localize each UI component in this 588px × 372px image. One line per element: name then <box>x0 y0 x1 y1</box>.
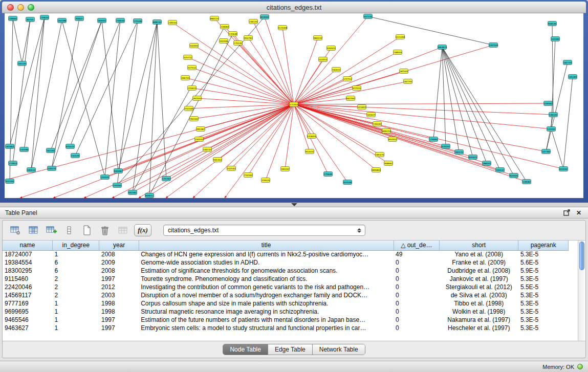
cell-title[interactable]: Embryonic stem cells: a model to study s… <box>139 324 394 332</box>
graph-node[interactable]: 720440 <box>373 122 382 126</box>
graph-node[interactable]: 228083 <box>221 25 229 29</box>
graph-node[interactable]: 185475 <box>376 152 384 157</box>
tab-node-table[interactable]: Node Table <box>223 344 268 355</box>
graph-node[interactable]: 162615 <box>332 68 341 72</box>
column-header-title[interactable]: title <box>139 240 394 250</box>
close-panel-icon[interactable]: ✕ <box>575 209 583 217</box>
graph-node[interactable]: 914534 <box>306 149 314 154</box>
cell-out_de[interactable]: 0 <box>394 308 439 316</box>
graph-node[interactable]: 150443 <box>195 137 204 142</box>
cell-short[interactable]: Hescheler et al. (1997) <box>439 324 518 332</box>
graph-node[interactable]: 159583 <box>544 101 553 106</box>
close-window-button[interactable] <box>7 4 14 11</box>
graph-node[interactable]: 590513 <box>27 168 36 172</box>
graph-node[interactable]: 172403 <box>290 102 298 107</box>
cell-year[interactable]: 1997 <box>99 316 139 324</box>
graph-node[interactable]: 104532 <box>496 168 505 172</box>
graph-node[interactable]: 954793 <box>244 36 253 40</box>
table-row[interactable]: 969969511998Structural magnetic resonanc… <box>3 308 569 316</box>
function-builder-button[interactable]: f(x) <box>134 224 151 236</box>
delete-table-icon[interactable] <box>98 224 112 237</box>
graph-node[interactable]: 128582 <box>522 180 531 184</box>
graph-node[interactable]: 752340 <box>185 106 193 111</box>
graph-node[interactable]: 974513 <box>66 144 75 149</box>
table-scrollbar[interactable] <box>578 240 585 341</box>
graph-node[interactable]: 1607467 <box>346 96 356 101</box>
cell-name[interactable]: 9465546 <box>3 316 53 324</box>
cell-out_de[interactable]: 0 <box>394 324 439 332</box>
cell-pagerank[interactable]: 5.3E-5 <box>518 291 569 299</box>
graph-node[interactable]: 991487 <box>197 127 205 132</box>
graph-node[interactable]: 175763 <box>162 177 171 181</box>
row-tools-icon[interactable] <box>62 224 76 237</box>
citation-graph[interactable]: 1724032086648473521903416418894632183002… <box>5 13 583 198</box>
graph-node[interactable]: 161592 <box>47 148 55 153</box>
graph-node[interactable]: 208664 <box>9 16 17 21</box>
graph-node[interactable]: 941453 <box>213 158 222 162</box>
graph-node[interactable]: 342046 <box>220 39 228 43</box>
graph-node[interactable]: 249204 <box>168 20 177 25</box>
graph-node[interactable]: 319525 <box>262 178 270 183</box>
new-column-icon[interactable] <box>45 224 58 237</box>
cell-pagerank[interactable]: 5.3E-5 <box>518 275 569 283</box>
tab-network-table[interactable]: Network Table <box>313 344 365 355</box>
graph-node[interactable]: 552543 <box>227 166 236 171</box>
cell-name[interactable]: 22420046 <box>3 283 53 291</box>
cell-name[interactable]: 9115460 <box>3 275 53 283</box>
cell-name[interactable]: 18724007 <box>3 250 53 258</box>
cell-short[interactable]: Dudbridge et al. (2008) <box>439 267 518 275</box>
cell-in_degree[interactable]: 1 <box>53 250 99 258</box>
graph-node[interactable]: 172638 <box>229 32 237 36</box>
table-row[interactable]: 1938455462009Genome-wide association stu… <box>3 258 569 267</box>
graph-node[interactable]: 854932 <box>388 137 397 142</box>
table-scrollbar-thumb[interactable] <box>579 242 584 270</box>
graph-node[interactable]: 397555 <box>193 96 202 101</box>
cell-out_de[interactable]: 0 <box>394 283 439 291</box>
tab-edge-table[interactable]: Edge Table <box>268 344 313 355</box>
cell-short[interactable]: de Silva et al. (2003) <box>439 291 518 299</box>
graph-node[interactable]: 113913 <box>9 161 17 166</box>
cell-year[interactable]: 2009 <box>99 258 139 267</box>
graph-node[interactable]: 121003 <box>547 127 556 132</box>
cell-name[interactable]: 9699695 <box>3 308 53 316</box>
cell-out_de[interactable]: 0 <box>394 291 439 299</box>
table-row[interactable]: 911546021997Tourette syndrome. Phenomeno… <box>3 275 569 283</box>
table-row[interactable]: 946554611997Estimation of the future num… <box>3 316 569 324</box>
graph-node[interactable]: 162733 <box>563 60 572 65</box>
graph-node[interactable]: 924508 <box>343 180 352 185</box>
graph-node[interactable]: 948662 <box>384 161 393 166</box>
cell-name[interactable]: 9777169 <box>3 299 53 308</box>
float-panel-icon[interactable] <box>562 209 571 217</box>
cell-out_de[interactable]: 0 <box>394 316 439 324</box>
cell-out_de[interactable]: 0 <box>394 299 439 308</box>
graph-node[interactable]: 321940 <box>551 37 560 41</box>
cell-in_degree[interactable]: 1 <box>53 316 99 324</box>
graph-node[interactable]: 1297349 <box>489 43 498 48</box>
cell-short[interactable]: Jankovic et al. (1997) <box>439 275 518 283</box>
graph-node[interactable]: 924504 <box>510 173 518 178</box>
graph-node[interactable]: 84735 <box>26 17 35 22</box>
graph-node[interactable]: 1664879 <box>438 45 447 50</box>
graph-node[interactable]: 753163 <box>244 173 253 178</box>
graph-node[interactable]: 977515 <box>353 86 361 91</box>
cell-title[interactable]: Tourette syndrome. Phenomenology and cla… <box>139 275 394 283</box>
graph-node[interactable]: 761342 <box>190 117 199 121</box>
table-row[interactable]: 1872400712008Changes of HCN gene express… <box>3 250 569 258</box>
cell-short[interactable]: Franke et al. (2009) <box>439 258 518 267</box>
cell-pagerank[interactable]: 5.6E-5 <box>518 258 569 267</box>
cell-pagerank[interactable]: 5.5E-5 <box>518 283 569 291</box>
cell-name[interactable]: 19384554 <box>3 258 53 267</box>
graph-node[interactable]: 175546 <box>134 19 142 24</box>
cell-in_degree[interactable]: 2 <box>53 283 99 291</box>
graph-node[interactable]: 100243 <box>203 147 212 152</box>
graph-node[interactable]: 1895750 <box>382 129 391 134</box>
column-header-pagerank[interactable]: pagerank <box>518 240 569 250</box>
graph-node[interactable]: 1125408 <box>278 26 288 30</box>
graph-node[interactable]: 960133 <box>314 36 322 40</box>
cell-in_degree[interactable]: 2 <box>53 291 99 299</box>
cell-out_de[interactable]: 0 <box>394 258 439 267</box>
cell-short[interactable]: Yano et al. (2008) <box>439 250 518 258</box>
cell-pagerank[interactable]: 5.3E-5 <box>518 250 569 258</box>
column-header-year[interactable]: year <box>99 240 139 250</box>
cell-title[interactable]: Estimation of significance thresholds fo… <box>139 267 394 275</box>
